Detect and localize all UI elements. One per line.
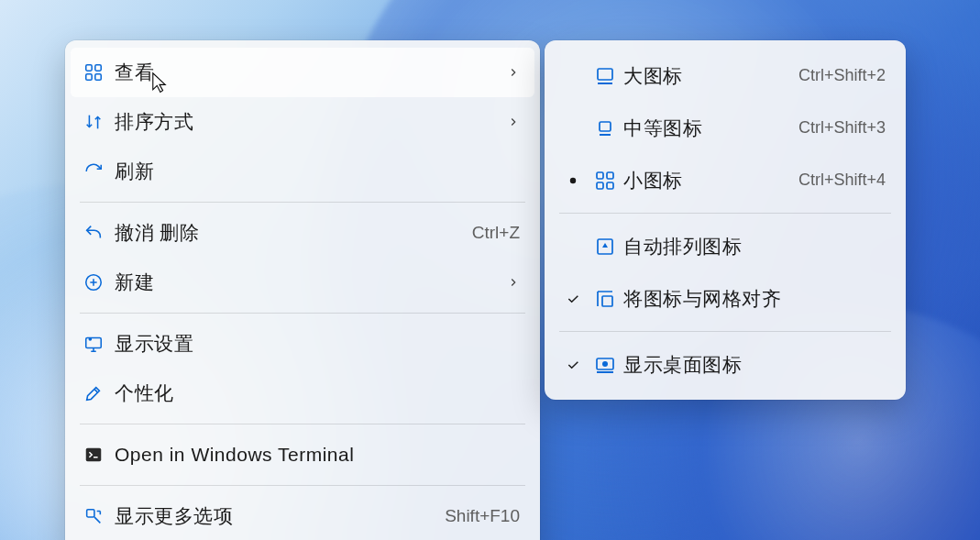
sort-icon [83, 112, 115, 132]
menu-item-sort[interactable]: 排序方式 [71, 97, 534, 147]
align-grid-icon [587, 288, 623, 310]
more-options-icon [83, 506, 115, 526]
svg-rect-10 [600, 122, 611, 131]
svg-rect-5 [86, 338, 102, 348]
menu-item-more-options[interactable]: 显示更多选项 Shift+F10 [71, 491, 534, 540]
menu-label: 显示设置 [115, 331, 520, 357]
mouse-cursor-icon [151, 72, 168, 95]
svg-rect-15 [607, 182, 613, 189]
menu-item-terminal[interactable]: Open in Windows Terminal [71, 430, 534, 479]
medium-icon-icon [587, 117, 623, 139]
menu-label: 个性化 [115, 380, 520, 406]
desktop-context-menu: 查看 排序方式 刷新 撤消 删除 [65, 40, 540, 540]
radio-dot-icon [559, 177, 587, 184]
plus-circle-icon [83, 272, 115, 292]
svg-rect-13 [607, 172, 613, 179]
auto-arrange-icon [587, 236, 623, 258]
svg-point-19 [602, 361, 608, 367]
grid-icon [83, 62, 115, 83]
submenu-label: 小图标 [623, 168, 798, 193]
menu-separator [80, 485, 525, 486]
svg-rect-7 [86, 448, 102, 462]
chevron-right-icon [507, 111, 520, 133]
display-settings-icon [83, 334, 115, 354]
menu-label: 撤消 删除 [115, 220, 472, 246]
submenu-item-show-desktop-icons[interactable]: 显示桌面图标 [550, 338, 900, 391]
menu-item-display-settings[interactable]: 显示设置 [71, 319, 534, 369]
menu-item-new[interactable]: 新建 [71, 258, 534, 307]
svg-rect-1 [95, 65, 101, 71]
menu-item-refresh[interactable]: 刷新 [71, 147, 534, 196]
chevron-right-icon [507, 61, 520, 83]
menu-separator [80, 202, 525, 203]
svg-point-11 [570, 177, 576, 182]
view-submenu: 大图标 Ctrl+Shift+2 中等图标 Ctrl+Shift+3 小图标 C… [545, 40, 906, 400]
submenu-item-medium-icons[interactable]: 中等图标 Ctrl+Shift+3 [550, 102, 900, 154]
svg-rect-9 [598, 69, 612, 80]
menu-label: Open in Windows Terminal [115, 444, 520, 466]
submenu-item-large-icons[interactable]: 大图标 Ctrl+Shift+2 [550, 50, 900, 102]
refresh-icon [83, 161, 115, 182]
menu-shortcut: Shift+F10 [445, 506, 520, 526]
submenu-label: 将图标与网格对齐 [623, 286, 886, 312]
submenu-shortcut: Ctrl+Shift+4 [798, 171, 886, 190]
submenu-item-small-icons[interactable]: 小图标 Ctrl+Shift+4 [550, 154, 900, 206]
svg-rect-2 [86, 74, 92, 80]
menu-item-undo[interactable]: 撤消 删除 Ctrl+Z [71, 208, 534, 258]
svg-rect-8 [87, 510, 94, 517]
menu-label: 排序方式 [115, 109, 507, 135]
menu-separator [559, 331, 891, 332]
svg-rect-0 [86, 65, 92, 71]
submenu-label: 中等图标 [623, 116, 798, 141]
menu-label: 新建 [115, 270, 507, 295]
check-icon [559, 358, 587, 372]
submenu-label: 显示桌面图标 [623, 352, 886, 378]
menu-label: 刷新 [115, 159, 520, 184]
svg-rect-14 [597, 182, 603, 189]
paintbrush-icon [83, 383, 115, 403]
small-icon-icon [587, 170, 623, 192]
check-icon [559, 292, 587, 306]
svg-rect-17 [602, 296, 612, 306]
menu-separator [80, 313, 525, 314]
undo-icon [83, 223, 115, 243]
submenu-item-auto-arrange[interactable]: 自动排列图标 [550, 220, 900, 272]
terminal-icon [83, 445, 115, 465]
submenu-label: 自动排列图标 [623, 234, 886, 259]
svg-rect-12 [597, 172, 603, 179]
large-icon-icon [587, 65, 623, 87]
menu-item-view[interactable]: 查看 [71, 48, 534, 97]
menu-separator [80, 424, 525, 424]
svg-point-6 [89, 337, 93, 341]
menu-separator [559, 213, 891, 214]
submenu-item-align-grid[interactable]: 将图标与网格对齐 [550, 272, 900, 325]
submenu-label: 大图标 [623, 63, 798, 89]
menu-shortcut: Ctrl+Z [472, 223, 520, 243]
desktop-icons-icon [587, 354, 623, 376]
submenu-shortcut: Ctrl+Shift+2 [798, 66, 886, 85]
chevron-right-icon [507, 271, 520, 293]
svg-rect-3 [95, 74, 101, 80]
menu-item-personalize[interactable]: 个性化 [71, 369, 534, 418]
menu-label: 显示更多选项 [115, 503, 445, 529]
submenu-shortcut: Ctrl+Shift+3 [798, 118, 886, 138]
menu-label: 查看 [115, 60, 507, 85]
